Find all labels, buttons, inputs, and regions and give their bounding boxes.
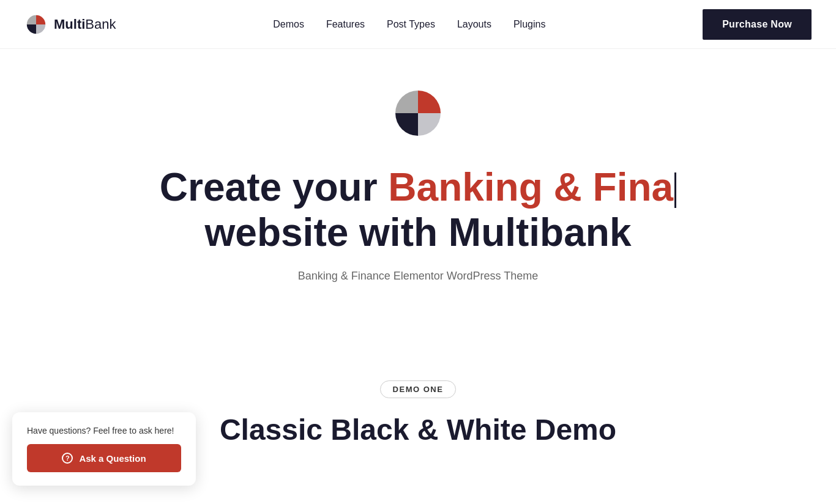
- hero-logo-icon: [390, 86, 446, 141]
- logo[interactable]: MultiBank: [24, 13, 116, 36]
- hero-title-part2: website with Multibank: [205, 210, 632, 254]
- hero-subtitle: Banking & Finance Elementor WordPress Th…: [298, 270, 539, 283]
- ask-widget: Have questions? Feel free to ask here! ?…: [12, 412, 196, 471]
- nav-item-features[interactable]: Features: [326, 19, 365, 30]
- demo-title: Classic Black & White Demo: [220, 413, 616, 447]
- hero-title-part1: Create your: [160, 165, 388, 209]
- hero-title-highlight: Banking & Fina: [388, 165, 673, 209]
- site-header: MultiBank Demos Features Post Types Layo…: [0, 0, 836, 49]
- main-nav: Demos Features Post Types Layouts Plugin…: [273, 19, 545, 30]
- nav-item-layouts[interactable]: Layouts: [457, 19, 491, 30]
- nav-item-demos[interactable]: Demos: [273, 19, 304, 30]
- ask-widget-text: Have questions? Feel free to ask here!: [27, 426, 181, 435]
- demo-badge: DEMO ONE: [380, 380, 457, 398]
- question-mark-icon: ?: [62, 453, 73, 464]
- logo-text: MultiBank: [54, 17, 116, 32]
- hero-section: Create your Banking & Fina website with …: [0, 49, 836, 368]
- nav-item-post-types[interactable]: Post Types: [387, 19, 435, 30]
- logo-icon: [24, 13, 48, 36]
- nav-item-plugins[interactable]: Plugins: [513, 19, 545, 30]
- ask-question-button[interactable]: ? Ask a Question: [27, 444, 181, 471]
- ask-button-label: Ask a Question: [79, 453, 146, 464]
- hero-cursor: [674, 172, 676, 208]
- purchase-now-button[interactable]: Purchase Now: [703, 9, 812, 40]
- hero-title: Create your Banking & Fina website with …: [160, 165, 676, 255]
